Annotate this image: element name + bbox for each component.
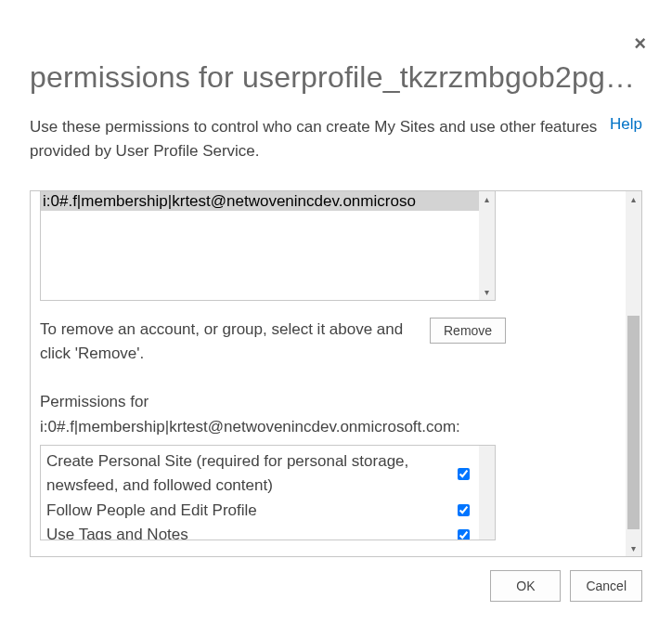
- dialog-description: Use these permissions to control who can…: [30, 115, 602, 164]
- description-row: Use these permissions to control who can…: [30, 115, 642, 164]
- scroll-up-icon[interactable]: ▴: [626, 191, 641, 207]
- scroll-up-icon[interactable]: ▴: [479, 191, 495, 207]
- permissions-dialog: × permissions for userprofile_tkzrzmbgob…: [0, 0, 672, 637]
- permission-checkbox[interactable]: [458, 504, 470, 516]
- permission-label: Follow People and Edit Profile: [46, 499, 458, 523]
- permissions-for-prefix: Permissions for: [40, 393, 149, 410]
- dialog-title: permissions for userprofile_tkzrzmbgob2p…: [30, 60, 642, 95]
- cancel-button[interactable]: Cancel: [570, 570, 642, 602]
- selected-account-item[interactable]: i:0#.f|membership|krtest@netwovenincdev.…: [41, 191, 495, 211]
- scroll-down-icon[interactable]: ▾: [479, 284, 495, 300]
- permission-row: Create Personal Site (required for perso…: [46, 449, 473, 499]
- listbox-scrollbar[interactable]: ▴ ▾: [479, 191, 495, 300]
- help-link[interactable]: Help: [610, 115, 642, 134]
- remove-section: To remove an account, or group, select i…: [31, 318, 626, 367]
- accounts-listbox[interactable]: i:0#.f|membership|krtest@netwovenincdev.…: [40, 191, 496, 301]
- scroll-down-icon[interactable]: ▾: [626, 540, 641, 556]
- permission-checkbox[interactable]: [458, 529, 470, 540]
- permission-label: Use Tags and Notes: [46, 523, 458, 540]
- permission-label: Create Personal Site (required for perso…: [46, 449, 458, 499]
- content-scrollbar[interactable]: ▴ ▾: [626, 191, 641, 556]
- scrollbar-thumb[interactable]: [627, 316, 640, 529]
- content-inner: i:0#.f|membership|krtest@netwovenincdev.…: [31, 191, 626, 556]
- permission-row: Follow People and Edit Profile: [46, 499, 473, 523]
- permissions-scrollbar[interactable]: [479, 446, 495, 540]
- close-icon[interactable]: ×: [634, 33, 646, 54]
- permissions-listbox: Create Personal Site (required for perso…: [40, 445, 496, 540]
- permission-checkbox[interactable]: [458, 468, 470, 480]
- permission-row: Use Tags and Notes: [46, 523, 473, 540]
- permissions-for-label: Permissions for i:0#.f|membership|krtest…: [31, 390, 626, 439]
- permissions-for-subject: i:0#.f|membership|krtest@netwovenincdev.…: [40, 418, 460, 436]
- remove-instructions: To remove an account, or group, select i…: [40, 318, 411, 367]
- content-panel: i:0#.f|membership|krtest@netwovenincdev.…: [30, 190, 642, 557]
- dialog-footer: OK Cancel: [30, 570, 642, 602]
- ok-button[interactable]: OK: [490, 570, 561, 602]
- permissions-rows: Create Personal Site (required for perso…: [41, 446, 479, 540]
- remove-button[interactable]: Remove: [430, 318, 506, 344]
